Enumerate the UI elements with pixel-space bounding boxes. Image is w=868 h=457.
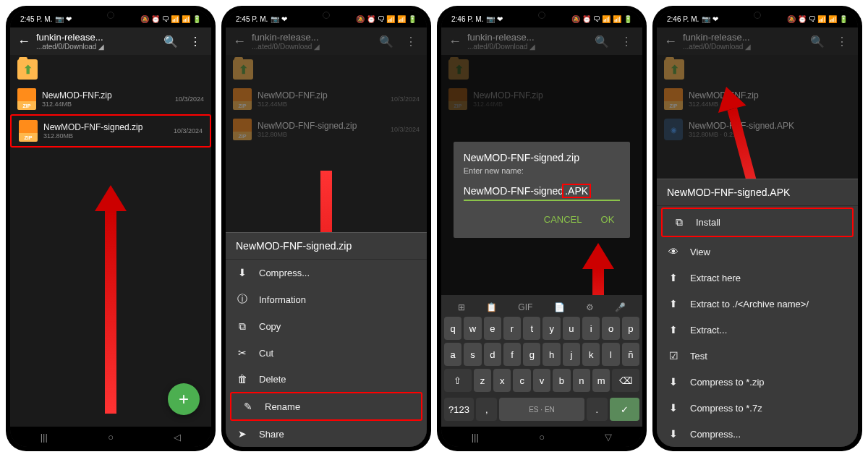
status-time: 2:45 P. M. [236,15,268,23]
cut-icon: ✂ [236,347,249,359]
zip-icon: ZIP [17,88,36,110]
nav-bar: ||| ○ ◁ [10,427,211,447]
appbar-title: funkin-release... [36,32,155,43]
search-icon[interactable]: 🔍 [376,35,396,48]
context-menu-sheet: NewMOD-FNF-signed.APK ⧉Install 👁View ⬆Ex… [657,179,858,447]
key-e[interactable]: e [484,317,501,340]
menu-icon[interactable]: ⋮ [402,35,420,48]
file-row[interactable]: ZIP NewMOD-FNF.zip 312.44MB 10/3/2024 [226,84,427,114]
key-j[interactable]: j [563,343,580,366]
menu-icon[interactable]: ⋮ [187,35,204,48]
menu-item-delete[interactable]: 🗑Delete [226,366,427,392]
ok-button-highlighted[interactable]: OK [595,211,621,228]
file-row-apk[interactable]: ◉ NewMOD-FNF-signed.APK 312.80MB · 0.2.8 [657,114,858,145]
menu-item-extract[interactable]: ⬆Extract... [657,317,858,343]
check-icon: ☑ [667,350,680,362]
status-time: 2:45 P. M. [20,15,52,23]
key-s[interactable]: s [464,343,481,366]
key-p[interactable]: p [622,317,639,340]
rename-input[interactable]: NewMOD-FNF-signed.APK [464,182,621,201]
nav-recent-icon[interactable]: ||| [41,432,48,443]
menu-item-compress[interactable]: ⬇Compress... [657,421,858,447]
soft-keyboard[interactable]: ⊞📋GIF📄⚙🎤 qwertyuiop asdfghjklñ ⇧ zxcvbnm… [441,295,642,427]
file-size: 312.44MB [42,101,169,108]
menu-item-rename-highlighted[interactable]: ✎Rename [230,392,422,421]
context-menu-sheet: NewMOD-FNF-signed.zip ⬇Compress... ⓘInfo… [226,232,427,447]
back-icon[interactable]: ← [17,34,30,49]
file-name: NewMOD-FNF.zip [42,90,169,101]
key-i[interactable]: i [582,317,600,340]
key-r[interactable]: r [503,317,521,340]
menu-item-test[interactable]: ☑Test [657,343,858,369]
key-k[interactable]: k [582,343,600,366]
menu-item-compress[interactable]: ⬇Compress... [226,260,427,286]
key-b[interactable]: b [553,369,570,392]
menu-item-view[interactable]: 👁View [657,239,858,265]
search-icon[interactable]: 🔍 [161,35,181,48]
key-t[interactable]: t [523,317,540,340]
file-row-1[interactable]: ZIP NewMOD-FNF.zip 312.44MB 10/3/2024 [10,84,211,114]
share-icon: ➤ [236,428,249,440]
status-time: 2:46 P. M. [451,15,483,23]
key-c[interactable]: c [513,369,530,392]
file-date: 10/3/2024 [174,127,203,134]
nav-home-icon[interactable]: ○ [108,432,114,443]
keyboard-toolbar: ⊞📋GIF📄⚙🎤 [444,298,639,317]
download-icon: ⬇ [667,428,680,440]
file-row[interactable]: ZIP NewMOD-FNF-signed.zip 312.80MB 10/3/… [226,114,427,145]
key-o[interactable]: o [602,317,619,340]
upload-icon: ⬆ [667,324,680,336]
file-name: NewMOD-FNF-signed.zip [43,122,168,132]
menu-item-compress-zip[interactable]: ⬇Compress to *.zip [657,369,858,395]
phone-screenshot-3: 2:46 P. M. 📷 ❤ 🔕 ⏰ 🗨 📶 📶 🔋 ← funkin-rele… [437,6,647,451]
dialog-subtitle: Enter new name: [464,166,621,175]
key-h[interactable]: h [542,343,560,366]
info-icon: ⓘ [236,293,249,306]
menu-item-cut[interactable]: ✂Cut [226,340,427,366]
menu-item-info[interactable]: ⓘInformation [226,286,427,313]
menu-item-install-highlighted[interactable]: ⧉Install [661,208,854,237]
camera-notch [754,12,761,19]
file-row-2-highlighted[interactable]: ZIP NewMOD-FNF-signed.zip 312.80MB 10/3/… [10,114,211,148]
nav-back-icon[interactable]: ◁ [174,432,181,443]
shift-key[interactable]: ⇧ [444,369,472,392]
key-n[interactable]: n [573,369,590,392]
phone-screenshot-4: 2:46 P. M. 📷 ❤ 🔕 ⏰ 🗨 📶 📶 🔋 ← funkin-rele… [652,6,862,451]
key-d[interactable]: d [484,343,501,366]
open-icon: ⧉ [673,216,686,228]
fab-add-button[interactable]: + [168,383,200,415]
dialog-title: NewMOD-FNF-signed.zip [464,152,621,163]
cancel-button[interactable]: CANCEL [538,211,588,228]
comma-key[interactable]: , [476,398,497,421]
parent-folder-row[interactable]: ⬆ [10,55,211,84]
backspace-key[interactable]: ⌫ [612,369,639,392]
key-u[interactable]: u [563,317,580,340]
dot-key[interactable]: . [587,398,608,421]
menu-item-extract-archive[interactable]: ⬆Extract to ./<Archive name>/ [657,291,858,317]
key-g[interactable]: g [523,343,540,366]
menu-item-extract-here[interactable]: ⬆Extract here [657,265,858,291]
space-key[interactable]: ES · EN [499,398,584,421]
menu-item-share[interactable]: ➤Share [226,421,427,447]
enter-key[interactable]: ✓ [610,398,639,421]
back-icon[interactable]: ← [233,34,246,49]
trash-icon: 🗑 [236,373,249,385]
key-l[interactable]: l [602,343,619,366]
key-f[interactable]: f [503,343,521,366]
key-m[interactable]: m [592,369,610,392]
key-w[interactable]: w [464,317,481,340]
rename-dialog: NewMOD-FNF-signed.zip Enter new name: Ne… [454,142,631,238]
key-ñ[interactable]: ñ [622,343,639,366]
key-q[interactable]: q [444,317,461,340]
key-a[interactable]: a [444,343,461,366]
parent-folder-row[interactable]: ⬆ [226,55,427,84]
numsym-key[interactable]: ?123 [444,398,474,421]
key-v[interactable]: v [533,369,550,392]
key-z[interactable]: z [474,369,491,392]
key-x[interactable]: x [493,369,511,392]
key-y[interactable]: y [542,317,560,340]
menu-item-copy[interactable]: ⧉Copy [226,313,427,340]
app-bar: ← funkin-release... ...ated/0/Download ◢… [657,27,858,55]
menu-item-compress-7z[interactable]: ⬇Compress to *.7z [657,395,858,421]
folder-up-icon: ⬆ [17,59,38,80]
